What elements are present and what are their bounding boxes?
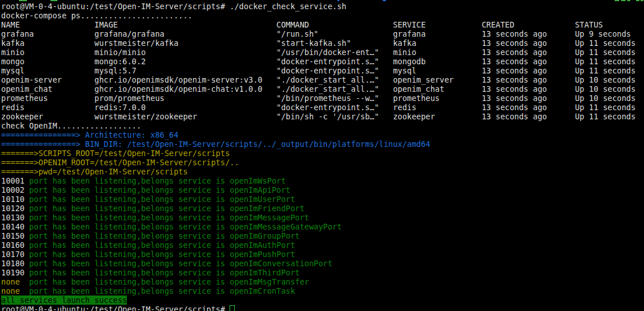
scrollback-remnant xyxy=(636,0,639,1)
table-row: openim-server ghcr.io/openimsdk/openim-s… xyxy=(1,75,644,84)
port-check-lines: 10001 port has been listening,belongs se… xyxy=(1,176,644,296)
port-check-line: 10130 port has been listening,belongs se… xyxy=(1,213,644,222)
port-number: 10140 xyxy=(1,222,29,231)
port-check-line: 10190 port has been listening,belongs se… xyxy=(1,268,644,277)
port-number: 10180 xyxy=(1,259,29,268)
scrollback-remnant xyxy=(51,0,57,1)
port-status-message: port has been listening,belongs service … xyxy=(29,286,295,296)
scrollback-remnant xyxy=(641,0,643,1)
typed-command: ./docker_check_service.sh xyxy=(230,2,346,11)
port-check-line: 10150 port has been listening,belongs se… xyxy=(1,231,644,240)
port-check-line: 10120 port has been listening,belongs se… xyxy=(1,204,644,213)
shell-prompt: root@VM-0-4-ubuntu:/test/Open-IM-Server/… xyxy=(1,2,225,11)
port-number: 10150 xyxy=(1,231,29,240)
port-status-message: port has been listening,belongs service … xyxy=(29,185,290,195)
table-row: prometheus prom/prometheus "/bin/prometh… xyxy=(1,94,644,103)
port-status-message: port has been listening,belongs service … xyxy=(29,204,305,213)
port-status-message: port has been listening,belongs service … xyxy=(29,231,300,240)
port-number: 10110 xyxy=(1,195,29,204)
scrollback-remnant xyxy=(337,0,339,1)
env-info-line: ================> BIN_DIR: /test/Open-IM… xyxy=(1,139,644,149)
success-line: all services launch success xyxy=(1,296,644,305)
port-number: 10001 xyxy=(1,176,29,185)
port-number: 10120 xyxy=(1,204,29,213)
port-status-message: port has been listening,belongs service … xyxy=(29,213,309,222)
port-check-line: none port has been listening,belongs ser… xyxy=(1,277,644,286)
port-status-message: port has been listening,belongs service … xyxy=(29,222,342,231)
port-check-line: 10180 port has been listening,belongs se… xyxy=(1,259,644,268)
port-status-message: port has been listening,belongs service … xyxy=(29,268,300,277)
table-row: minio minio/minio "/usr/bin/docker-ent…"… xyxy=(1,48,644,57)
table-row: kafka wurstmeister/kafka "start-kafka.sh… xyxy=(1,38,644,48)
env-info-line: =======>OPENIM_ROOT=/test/Open-IM-Server… xyxy=(1,158,644,167)
port-check-line: 10160 port has been listening,belongs se… xyxy=(1,240,644,250)
final-prompt-line: root@VM-0-4-ubuntu:/test/Open-IM-Server/… xyxy=(1,305,644,311)
port-status-message: port has been listening,belongs service … xyxy=(29,259,332,268)
terminal-window[interactable]: root@VM-0-4-ubuntu:/test/Open-IM-Server/… xyxy=(0,0,644,311)
success-badge: all services launch success xyxy=(1,296,127,305)
scrollback-remnant xyxy=(383,0,386,1)
check-openim-status-line: check OpenIM.................. xyxy=(1,121,644,130)
environment-info-lines: ================> Architecture: x86_64==… xyxy=(1,130,644,176)
table-row: openim_chat ghcr.io/openimsdk/openim-cha… xyxy=(1,84,644,94)
port-check-line: 10170 port has been listening,belongs se… xyxy=(1,250,644,259)
scrollback-remnant xyxy=(627,0,630,1)
scrollback-remnant xyxy=(19,0,27,1)
port-number: 10002 xyxy=(1,185,29,195)
port-status-message: port has been listening,belongs service … xyxy=(29,176,286,185)
port-check-line: 10140 port has been listening,belongs se… xyxy=(1,222,644,231)
terminal-cursor xyxy=(230,305,235,311)
port-number: 10130 xyxy=(1,213,29,222)
shell-prompt: root@VM-0-4-ubuntu:/test/Open-IM-Server/… xyxy=(1,305,225,311)
docker-ps-table: NAME IMAGE COMMAND SERVICE CREATED STATU… xyxy=(1,20,644,121)
port-number: 10160 xyxy=(1,240,29,250)
env-info-line: =======>SCRIPTS_ROOT=/test/Open-IM-Serve… xyxy=(1,149,644,158)
port-number: 10190 xyxy=(1,268,29,277)
prompt-line: root@VM-0-4-ubuntu:/test/Open-IM-Server/… xyxy=(1,2,644,11)
port-check-line: 10110 port has been listening,belongs se… xyxy=(1,195,644,204)
env-info-line: ================> Architecture: x86_64 xyxy=(1,130,644,139)
port-number: none xyxy=(1,286,29,296)
table-row: grafana grafana/grafana "/run.sh" grafan… xyxy=(1,29,644,38)
port-check-line: none port has been listening,belongs ser… xyxy=(1,286,644,296)
scrollback-remnant xyxy=(615,0,619,1)
port-status-message: port has been listening,belongs service … xyxy=(29,195,295,204)
port-check-line: 10001 port has been listening,belongs se… xyxy=(1,176,644,185)
table-row: zookeeper wurstmeister/zookeeper "/bin/s… xyxy=(1,112,644,121)
port-number: 10170 xyxy=(1,250,29,259)
table-header-row: NAME IMAGE COMMAND SERVICE CREATED STATU… xyxy=(1,20,644,29)
port-number: none xyxy=(1,277,29,286)
port-status-message: port has been listening,belongs service … xyxy=(29,250,295,259)
port-status-message: port has been listening,belongs service … xyxy=(29,240,295,250)
table-row: redis redis:7.0.0 "docker-entrypoint.s…"… xyxy=(1,103,644,112)
scrollback-remnant xyxy=(621,0,626,1)
port-check-line: 10002 port has been listening,belongs se… xyxy=(1,185,644,195)
port-status-message: port has been listening,belongs service … xyxy=(29,277,309,286)
docker-compose-status-line: docker-compose ps.......................… xyxy=(1,11,644,20)
table-row: mongo mongo:6.0.2 "docker-entrypoint.s…"… xyxy=(1,57,644,66)
table-row: mysql mysql:5.7 "docker-entrypoint.s…" m… xyxy=(1,66,644,75)
env-info-line: =======>pwd=/test/Open-IM-Server/scripts xyxy=(1,167,644,176)
